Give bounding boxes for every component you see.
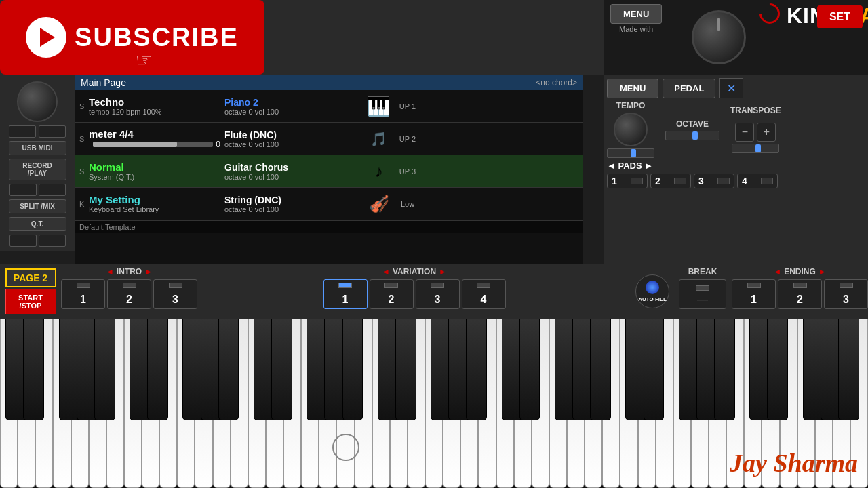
prog-bar-bg (93, 142, 213, 147)
black-key[interactable] (838, 319, 859, 420)
octave-slider[interactable] (665, 131, 719, 140)
pad-1-btn[interactable]: 1 (607, 174, 648, 188)
song-icon-2: ♪ (360, 162, 397, 181)
menu-made-with-area: MENU Made with (610, 4, 662, 33)
subscribe-banner[interactable]: SUBSCRIBE ☞ (0, 0, 264, 75)
tempo-octave-transpose-row: TEMPO OCTAVE TRANSPOSE − + (607, 101, 865, 158)
main-page-header: Main Page <no chord> (75, 75, 583, 90)
qt-button[interactable]: Q.T. (9, 217, 66, 231)
transpose-label: TRANSPOSE (730, 106, 781, 115)
row-letter-2: S (79, 167, 89, 176)
song-name-0: Techno (89, 96, 224, 108)
black-key[interactable] (218, 319, 239, 420)
right-panel: MENU PEDAL ✕ TEMPO OCTAVE TRANSPOSE (604, 75, 868, 264)
variation-label: ◄ VARIATION ► (382, 264, 447, 279)
black-key[interactable] (94, 319, 115, 420)
song-col2-0: Piano 2 octave 0 vol 100 (224, 97, 360, 116)
var-btn-4[interactable]: 4 (462, 279, 506, 309)
var-btn-3[interactable]: 3 (416, 279, 460, 309)
pads-row: 1 2 3 4 (607, 174, 865, 188)
page2-button[interactable]: PAGE 2 (5, 268, 56, 287)
song-row-mysetting[interactable]: K My Setting Keyboard Set Library String… (75, 188, 583, 220)
song-row-techno[interactable]: S Techno tempo 120 bpm 100% Piano 2 octa… (75, 90, 583, 123)
end-btn-1[interactable]: 1 (732, 279, 776, 309)
menu-btn[interactable]: MENU (607, 79, 658, 98)
pad-1-led (631, 178, 643, 184)
black-key[interactable] (271, 319, 292, 420)
song-row-meter[interactable]: S meter 4/4 0 Flute (DNC) octave 0 vol 1… (75, 123, 583, 155)
main-knob[interactable] (17, 81, 58, 122)
usb-led (9, 184, 37, 196)
black-key[interactable] (590, 319, 611, 420)
transpose-plus-btn[interactable]: + (757, 123, 776, 142)
start-stop-button[interactable]: START /STOP (5, 289, 56, 314)
auto-fill-button[interactable]: AUTO FILL (635, 274, 669, 308)
song-info-0: tempo 120 bpm 100% (89, 108, 224, 116)
intro-btn-3[interactable]: 3 (153, 279, 197, 309)
black-key[interactable] (767, 319, 788, 420)
black-key[interactable] (342, 319, 363, 420)
menu-pedal-row: MENU PEDAL ✕ (607, 78, 865, 98)
black-key[interactable] (395, 319, 416, 420)
tempo-thumb (631, 149, 636, 157)
intro-btn-1[interactable]: 1 (61, 279, 105, 309)
set-button[interactable]: SET (817, 5, 863, 28)
kinemaster-area: MENU Made with KINEMASTER SET (604, 0, 868, 75)
usb-midi-button[interactable]: USB MIDI (9, 141, 66, 155)
intro-text: INTRO (117, 267, 142, 277)
pad-4-btn[interactable]: 4 (737, 174, 778, 188)
var-text: VARIATION (393, 267, 436, 277)
transpose-minus-btn[interactable]: − (735, 123, 754, 142)
split-mix-button[interactable]: SPLIT /MIX (9, 199, 66, 214)
up-arrow-1: UP 2 (397, 135, 418, 143)
tempo-section: TEMPO (607, 101, 654, 158)
var-btn-2[interactable]: 2 (370, 279, 414, 309)
break-button[interactable]: — (679, 279, 726, 309)
intro-num-2: 2 (126, 293, 132, 306)
pedal-x-icon: ✕ (727, 82, 736, 95)
song-col1-3: My Setting Keyboard Set Library (89, 194, 224, 214)
black-key[interactable] (644, 319, 665, 420)
black-key[interactable] (147, 319, 168, 420)
pads-label: ◄ PADS ► (607, 161, 653, 171)
slider-2[interactable] (39, 125, 66, 138)
rec-led (39, 184, 66, 196)
subscribe-text: SUBSCRIBE (75, 23, 239, 52)
intro-btn-2[interactable]: 2 (107, 279, 151, 309)
pad-4-num: 4 (742, 176, 747, 186)
transpose-slider[interactable] (732, 144, 779, 153)
tempo-slider[interactable] (607, 148, 654, 158)
ending-section: ◄ ENDING ► 1 2 3 (732, 264, 868, 319)
break-label: BREAK (688, 264, 717, 279)
auto-fill-led (646, 281, 659, 294)
controls-bar: PAGE 2 START /STOP ◄ INTRO ► 1 2 (0, 264, 868, 319)
progress-bar: 0 (89, 140, 224, 149)
flute-icon: 🎵 (370, 131, 387, 147)
violin-icon: 🎻 (369, 195, 389, 214)
black-key[interactable] (714, 319, 735, 420)
song-col2-2: Guitar Chorus octave 0 vol 100 (224, 162, 360, 181)
black-key[interactable] (466, 319, 487, 420)
song-icon-0: 🎹 (360, 95, 397, 117)
record-play-button[interactable]: RECORD /PLAY (9, 159, 66, 180)
black-key[interactable] (519, 319, 540, 420)
pedal-btn[interactable]: PEDAL (663, 79, 715, 98)
pad-2-btn[interactable]: 2 (650, 174, 691, 188)
knob-large[interactable] (692, 10, 746, 64)
menu-button[interactable]: MENU (610, 4, 662, 24)
song-row-normal[interactable]: S Normal System (Q.T.) Guitar Chorus oct… (75, 155, 583, 188)
black-key[interactable] (23, 319, 44, 420)
up-arrow-2: UP 3 (397, 167, 418, 176)
power-icon (755, 0, 784, 28)
watermark: Jay Sharma (730, 448, 858, 478)
pads-header-row: ◄ PADS ► (607, 161, 865, 171)
end-btn-2[interactable]: 2 (778, 279, 822, 309)
pad-3-btn[interactable]: 3 (694, 174, 734, 188)
default-template: Default.Template (75, 220, 583, 233)
end-btn-3[interactable]: 3 (824, 279, 868, 309)
tempo-knob[interactable] (614, 113, 648, 146)
song-info-3: Keyboard Set Library (89, 205, 224, 214)
var-btn-1[interactable]: 1 (323, 279, 368, 309)
slider-1[interactable] (9, 125, 36, 138)
song-info-2: System (Q.T.) (89, 173, 224, 181)
